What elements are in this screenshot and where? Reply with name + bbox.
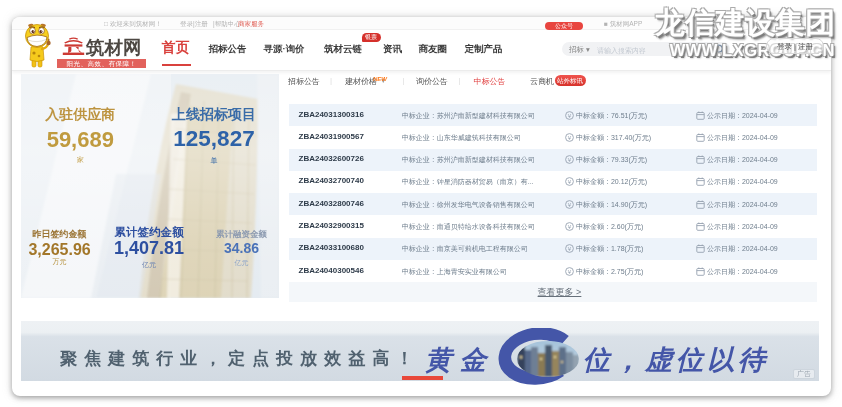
svg-text:¥: ¥ [568, 134, 572, 141]
svg-text:¥: ¥ [568, 200, 572, 207]
svg-text:¥: ¥ [568, 111, 572, 118]
svg-text:¥: ¥ [568, 223, 572, 230]
svg-text:¥: ¥ [568, 267, 572, 274]
svg-text:¥: ¥ [568, 178, 572, 185]
svg-text:¥: ¥ [568, 156, 572, 163]
svg-text:¥: ¥ [568, 245, 572, 252]
